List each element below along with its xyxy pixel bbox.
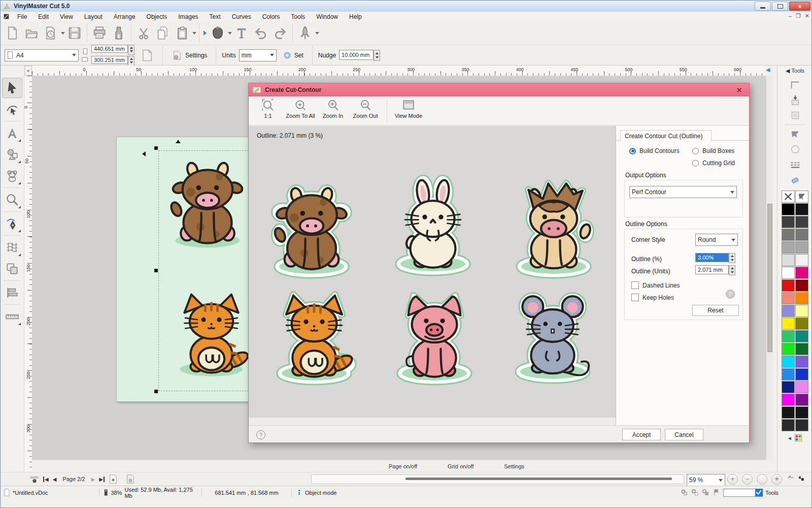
one-to-one-button[interactable]: 1:1 [252, 99, 284, 119]
send-to-cutter-button[interactable] [295, 23, 315, 43]
zoom-page-button[interactable] [757, 474, 767, 485]
add-page-icon[interactable] [105, 471, 122, 487]
color-swatch[interactable] [795, 305, 808, 317]
page-onoff-button[interactable]: Page on/off [389, 463, 417, 469]
keep-holes-checkbox[interactable]: Keep Holes [631, 294, 674, 301]
color-swatch[interactable] [795, 381, 808, 393]
color-swatch[interactable] [795, 318, 808, 330]
apply-down-icon[interactable] [787, 92, 804, 108]
measure-tool[interactable] [2, 306, 22, 327]
zoom-in-button[interactable]: + [727, 474, 738, 485]
zoom-in-button[interactable]: Zoom In [317, 99, 349, 119]
color-swatch[interactable] [795, 279, 808, 292]
select-tool[interactable] [2, 78, 22, 98]
color-swatch[interactable] [782, 267, 795, 279]
corner-style-select[interactable]: Round [695, 234, 738, 246]
horizontal-scroll-thumb[interactable] [405, 478, 672, 480]
stroke-color-swatch[interactable] [795, 190, 808, 203]
sticker-cat[interactable] [265, 281, 363, 389]
page-height-spinner[interactable] [128, 56, 134, 66]
color-swatch[interactable] [782, 203, 795, 215]
page-width-spinner[interactable] [128, 45, 134, 55]
print-button[interactable] [90, 23, 109, 43]
sticker-cow[interactable] [263, 175, 360, 282]
fill-color-dropdown-arrow-icon[interactable] [228, 32, 232, 35]
no-color-swatch[interactable] [782, 190, 795, 203]
color-swatch[interactable] [782, 394, 795, 406]
flag-icon[interactable] [713, 489, 720, 496]
shapes-tool[interactable] [2, 144, 22, 165]
new-document-button[interactable] [3, 23, 22, 43]
corner-tool-icon[interactable] [787, 77, 804, 92]
cutting-grid-radio[interactable]: Cutting Grid [692, 160, 735, 167]
open-button[interactable] [22, 23, 41, 43]
vertical-scrollbar[interactable] [766, 76, 773, 460]
panel-tab[interactable]: Create Contour Cut (Outline) [620, 130, 712, 142]
menu-item-edit[interactable]: Edit [32, 12, 54, 21]
palette-arrow-icon[interactable]: ◄ [787, 435, 792, 441]
color-swatch[interactable] [795, 292, 808, 304]
undo-button[interactable] [251, 23, 270, 43]
canvas-cat-artwork[interactable] [164, 279, 258, 386]
text-tool[interactable] [2, 123, 22, 143]
canvas-cow-artwork[interactable] [159, 148, 256, 258]
view-mode-button[interactable]: View Mode [392, 99, 425, 119]
selection-handle[interactable] [154, 146, 158, 150]
settings-button[interactable]: Settings [168, 49, 210, 62]
mdi-minimize-icon[interactable]: – [789, 13, 792, 19]
color-swatch[interactable] [795, 394, 808, 406]
last-page-button[interactable]: ▶ [97, 477, 105, 482]
paste-dropdown-arrow-icon[interactable] [192, 32, 196, 35]
color-swatch[interactable] [795, 330, 808, 342]
zoom-tool[interactable] [2, 189, 22, 210]
grid-onoff-button[interactable]: Grid on/off [448, 463, 473, 469]
first-page-button[interactable]: ◀ [43, 477, 51, 482]
color-swatch[interactable] [782, 241, 795, 253]
dialog-close-icon[interactable]: ✕ [733, 86, 745, 94]
palette-editor-icon[interactable] [794, 433, 803, 442]
color-swatch[interactable] [795, 229, 808, 241]
previous-page-button[interactable]: ◀ [51, 477, 59, 482]
outline-units-input[interactable]: 2.071 mm [695, 265, 729, 274]
selection-handle[interactable] [154, 269, 158, 272]
nudge-input[interactable]: 10.000 mm [339, 50, 374, 60]
menu-item-window[interactable]: Window [311, 12, 344, 21]
toolbar-overflow-icon[interactable] [204, 30, 207, 36]
redo-button[interactable] [270, 23, 290, 43]
restore-button[interactable] [772, 2, 788, 11]
copy-button[interactable] [153, 23, 173, 43]
units-select[interactable]: mm [239, 49, 277, 61]
selection-handle[interactable] [154, 390, 158, 393]
send-to-cutter-dropdown-arrow-icon[interactable] [315, 32, 319, 35]
horizontal-scrollbar[interactable] [311, 474, 684, 484]
menu-item-file[interactable]: File [12, 12, 32, 21]
cut-button[interactable] [134, 23, 153, 43]
regroup-icon[interactable] [702, 489, 709, 496]
cut-plotter-button[interactable] [109, 23, 128, 43]
zoom-all-button[interactable]: ✳ [771, 474, 782, 485]
menu-item-text[interactable]: Text [204, 12, 226, 21]
nudge-spinner[interactable] [374, 50, 380, 61]
cancel-button[interactable]: Cancel [665, 429, 703, 440]
page-width-input[interactable]: 440.651 mm [91, 45, 128, 53]
color-swatch[interactable] [795, 203, 808, 215]
preview-scrollbar[interactable] [249, 417, 616, 426]
menu-item-view[interactable]: View [54, 12, 79, 21]
color-swatch[interactable] [782, 406, 795, 419]
color-swatch[interactable] [795, 368, 808, 380]
collapse-arrow-icon[interactable]: ◀ [786, 68, 791, 74]
tools-checkbox[interactable] [755, 489, 763, 496]
curve-pen-tool[interactable] [2, 213, 22, 234]
open-recent-button[interactable] [41, 23, 60, 43]
dialog-title-bar[interactable]: Create Cut-Contour ✕ [249, 83, 749, 97]
color-swatch[interactable] [782, 318, 795, 330]
zoom-out-button[interactable]: Zoom Out [349, 99, 382, 119]
dialog-help-icon[interactable]: ? [256, 430, 265, 439]
text-tool-button[interactable] [232, 23, 251, 43]
color-swatch[interactable] [782, 343, 795, 355]
dashed-lines-icon[interactable] [787, 157, 804, 172]
vinyl-cut-icon[interactable] [787, 126, 804, 142]
mesh-warp-tool[interactable] [2, 237, 22, 258]
menu-item-colors[interactable]: Colors [257, 12, 286, 21]
color-swatch[interactable] [782, 229, 795, 241]
